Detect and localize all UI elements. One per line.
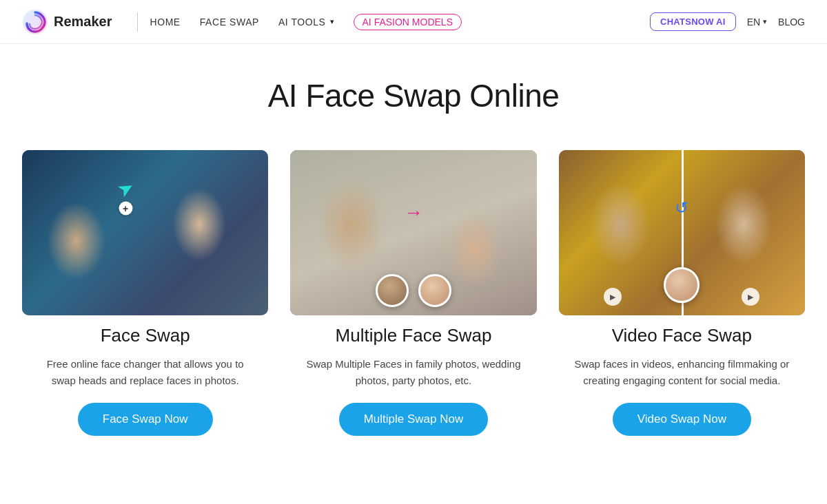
video-swap-image: ↺ ▶ ▶ xyxy=(559,150,805,315)
teal-arrow-icon: ➤ xyxy=(113,175,138,202)
logo-text: Remaker xyxy=(54,14,112,30)
video-swap-illustration: ↺ ▶ ▶ xyxy=(559,150,805,315)
face-swap-title: Face Swap xyxy=(101,325,190,346)
face-swap-illustration: ➤ + xyxy=(22,150,268,315)
card-video-swap: ↺ ▶ ▶ Video Face Swap Swap faces in vide… xyxy=(559,150,805,436)
nav-ai-fashion[interactable]: AI FASION MODELS xyxy=(354,14,462,30)
header-right: CHATSNOW AI EN ▾ BLOG xyxy=(650,12,805,31)
female-face-circle xyxy=(418,274,451,307)
video-face-circle-icon xyxy=(664,267,700,303)
main-nav: HOME FACE SWAP AI TOOLS ▾ AI FASION MODE… xyxy=(150,14,651,30)
multiple-swap-button[interactable]: Multiple Swap Now xyxy=(339,403,489,436)
multiple-swap-image: → xyxy=(290,150,536,315)
logo-icon xyxy=(22,9,48,35)
face-swap-button[interactable]: Face Swap Now xyxy=(78,403,213,436)
multiple-swap-title: Multiple Face Swap xyxy=(336,325,492,346)
nav-home[interactable]: HOME xyxy=(150,17,181,28)
lang-chevron: ▾ xyxy=(763,17,767,26)
nav-ai-tools[interactable]: AI TOOLS xyxy=(278,17,326,28)
header: Remaker HOME FACE SWAP AI TOOLS ▾ AI FAS… xyxy=(0,0,827,44)
nav-divider xyxy=(137,12,138,32)
pink-arrow-icon: → xyxy=(404,202,423,224)
video-swap-title: Video Face Swap xyxy=(612,325,752,346)
chatsnow-button[interactable]: CHATSNOW AI xyxy=(650,12,736,31)
page-title: AI Face Swap Online xyxy=(22,77,805,114)
lang-label: EN xyxy=(747,17,760,28)
video-swap-description: Swap faces in videos, enhancing filmmaki… xyxy=(571,356,792,389)
main-content: AI Face Swap Online ➤ + Face Swap Free o… xyxy=(0,44,827,477)
face-swap-description: Free online face changer that allows you… xyxy=(35,356,256,389)
ai-tools-chevron: ▾ xyxy=(330,17,334,26)
face-swap-overlay: ➤ + xyxy=(118,178,134,216)
face-circles-group xyxy=(376,274,451,307)
language-selector[interactable]: EN ▾ xyxy=(747,17,767,28)
card-face-swap: ➤ + Face Swap Free online face changer t… xyxy=(22,150,268,436)
nav-ai-tools-wrapper: AI TOOLS ▾ xyxy=(278,17,334,28)
card-multiple-swap: → Multiple Face Swap Swap Multiple Faces… xyxy=(290,150,536,436)
male-face-circle xyxy=(376,274,409,307)
multiple-swap-illustration: → xyxy=(290,150,536,315)
nav-face-swap[interactable]: FACE SWAP xyxy=(200,17,259,28)
play-button-right[interactable]: ▶ xyxy=(742,288,759,306)
play-button-left[interactable]: ▶ xyxy=(604,288,622,306)
blue-curved-arrow-icon: ↺ xyxy=(675,198,688,218)
cards-grid: ➤ + Face Swap Free online face changer t… xyxy=(22,150,805,436)
video-swap-button[interactable]: Video Swap Now xyxy=(613,403,751,436)
nav-blog[interactable]: BLOG xyxy=(778,17,805,28)
face-swap-image: ➤ + xyxy=(22,150,268,315)
multiple-swap-description: Swap Multiple Faces in family photos, we… xyxy=(303,356,524,389)
plus-circle-icon: + xyxy=(119,202,132,216)
logo[interactable]: Remaker xyxy=(22,9,112,35)
